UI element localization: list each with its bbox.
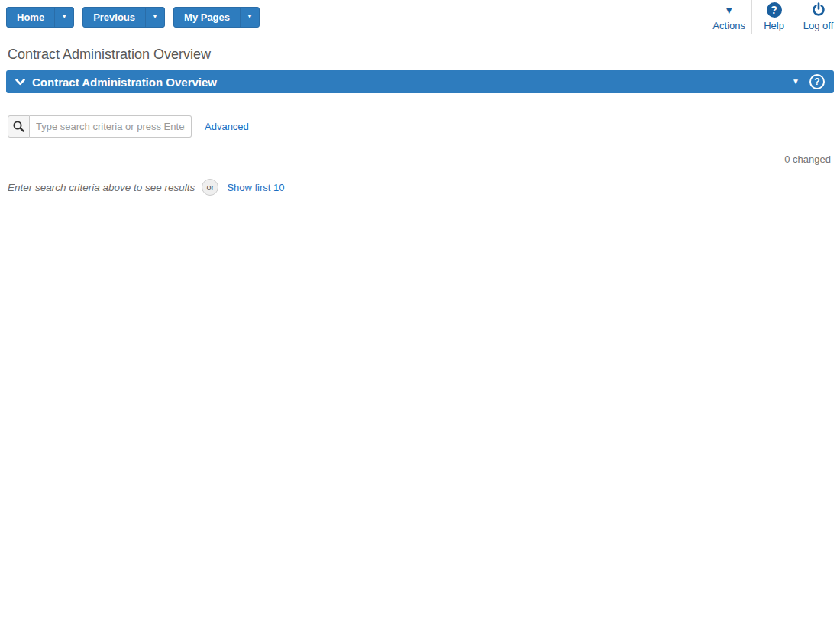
search-bar: Advanced [8,115,840,138]
utility-button-group: ▼ Actions ? Help Log off [706,0,840,34]
caret-down-icon: ▼ [724,5,734,15]
previous-button[interactable]: Previous [83,8,145,27]
caret-down-icon: ▼ [152,14,158,20]
caret-down-icon: ▼ [61,14,67,20]
panel-help-icon[interactable]: ? [809,74,825,89]
logoff-button[interactable]: Log off [796,0,840,34]
empty-results-message: Enter search criteria above to see resul… [8,182,195,193]
search-icon [12,120,25,133]
nav-button-group: Home ▼ Previous ▼ My Pages ▼ [0,0,260,34]
panel-title: Contract Administration Overview [32,76,217,89]
panel-header-controls: ▼ ? [792,74,825,89]
my-pages-button-group: My Pages ▼ [173,7,260,28]
caret-down-icon: ▼ [247,14,253,20]
my-pages-button[interactable]: My Pages [174,8,240,27]
show-first-link[interactable]: Show first 10 [227,182,284,193]
actions-label: Actions [712,20,745,31]
logoff-label: Log off [803,20,834,31]
panel-dropdown-caret-icon[interactable]: ▼ [792,78,800,86]
my-pages-dropdown-button[interactable]: ▼ [240,8,259,27]
or-badge: or [202,179,218,196]
search-input[interactable] [30,115,192,138]
panel-header[interactable]: Contract Administration Overview ▼ ? [6,70,834,93]
actions-menu-button[interactable]: ▼ Actions [706,0,751,34]
changed-counter-row: 0 changed [0,152,840,166]
help-icon: ? [767,2,782,18]
top-navigation-bar: Home ▼ Previous ▼ My Pages ▼ ▼ Actions [0,0,840,34]
power-icon [811,2,826,18]
changed-count: 0 changed [784,154,831,165]
home-button-group: Home ▼ [6,7,74,28]
home-button[interactable]: Home [7,8,54,27]
help-button[interactable]: ? Help [751,0,796,34]
help-label: Help [764,20,784,31]
previous-dropdown-button[interactable]: ▼ [145,8,164,27]
search-button[interactable] [8,115,30,138]
page-title: Contract Administration Overview [8,45,840,63]
home-dropdown-button[interactable]: ▼ [54,8,73,27]
previous-button-group: Previous ▼ [82,7,165,28]
empty-state-row: Enter search criteria above to see resul… [8,179,840,196]
advanced-search-link[interactable]: Advanced [205,121,249,132]
collapse-chevron-icon [15,79,25,86]
